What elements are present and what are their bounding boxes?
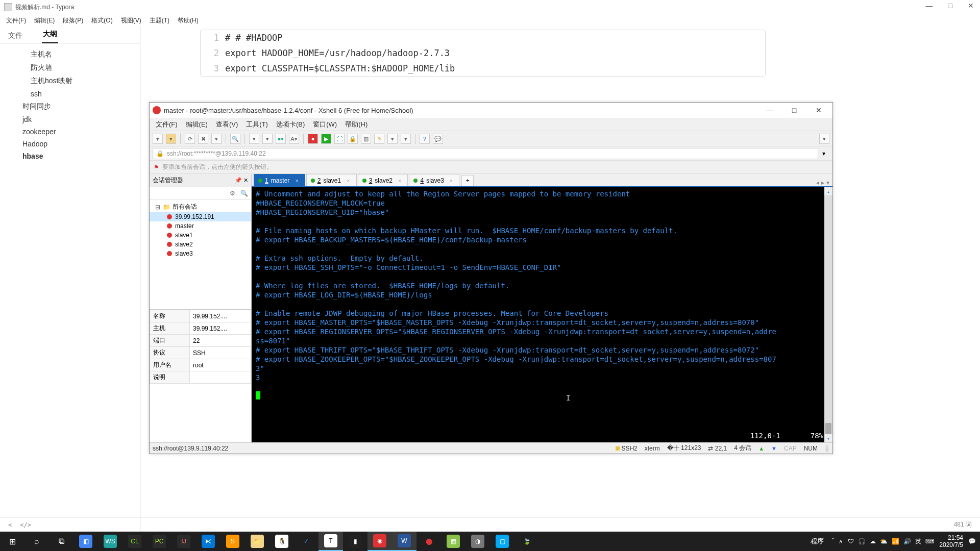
outline-item-active[interactable]: hbase	[0, 150, 140, 162]
tray-icon[interactable]: ☁	[870, 538, 876, 545]
app-clion[interactable]: CL	[122, 532, 147, 551]
new-session-icon[interactable]: ▾	[153, 134, 163, 144]
app-sublime[interactable]: S	[220, 532, 245, 551]
xshell-title-bar[interactable]: master - root@master:/usr/hbase/hbase-1.…	[150, 103, 832, 118]
play-icon[interactable]: ▶	[321, 134, 331, 144]
outline-item[interactable]: Hadoop	[0, 138, 140, 150]
app-intellij[interactable]: IJ	[172, 532, 196, 551]
tab-next-icon[interactable]: ▸	[821, 179, 824, 186]
xs-menu-tools[interactable]: 工具(T)	[243, 119, 271, 130]
app-qq[interactable]: 🐧	[270, 532, 294, 551]
xs-menu-help[interactable]: 帮助(H)	[342, 119, 371, 130]
code-block[interactable]: 1# # #HADOOP 2export HADOOP_HOME=/usr/ha…	[200, 30, 766, 77]
tray-icon[interactable]: 🛡	[848, 538, 854, 545]
outline-item[interactable]: 主机名	[0, 48, 140, 61]
tray-ime2[interactable]: ⌨	[925, 538, 934, 545]
minimize-icon[interactable]: —	[761, 106, 778, 114]
app-webstorm[interactable]: WS	[98, 532, 122, 551]
tab-close-icon[interactable]: ×	[347, 178, 350, 184]
menu-edit[interactable]: 编辑(E)	[31, 15, 58, 26]
terminal-tab-slave1[interactable]: 2 slave1×	[306, 174, 357, 186]
source-mode-icon[interactable]: </>	[20, 521, 31, 529]
app-record[interactable]: ⬤	[416, 532, 441, 551]
tray-up-icon[interactable]: ʌ	[839, 538, 843, 545]
xs-menu-view[interactable]: 查看(V)	[213, 119, 241, 130]
xs-menu-file[interactable]: 文件(F)	[153, 119, 181, 130]
terminal[interactable]: # Uncomment and adjust to keep all the R…	[252, 187, 832, 442]
outline-item[interactable]: zookeeper	[0, 126, 140, 138]
tree-node[interactable]: slave1	[150, 231, 251, 240]
xs-menu-window[interactable]: 窗口(W)	[310, 119, 340, 130]
outline-item[interactable]: 主机host映射	[0, 74, 140, 88]
app-todo[interactable]: ✓	[294, 532, 318, 551]
address-dropdown-icon[interactable]: ▾	[818, 150, 829, 157]
tray-icon[interactable]: 🎧	[858, 538, 866, 545]
search-icon[interactable]: 🔍	[230, 134, 240, 144]
tray-ime[interactable]: 英	[915, 537, 921, 546]
pin-icon[interactable]: 📌	[235, 177, 242, 183]
tab-list-icon[interactable]: ▾	[826, 179, 829, 186]
app-vscode[interactable]: ⧔	[196, 532, 220, 551]
menu-theme[interactable]: 主题(T)	[146, 15, 173, 26]
status-grip-icon[interactable]: ⣿	[825, 445, 829, 452]
scroll-up-icon[interactable]: ▴	[824, 187, 832, 195]
app-mongo[interactable]: 🍃	[514, 532, 539, 551]
maximize-icon[interactable]: □	[786, 106, 803, 114]
notifications-icon[interactable]: 💬	[968, 538, 976, 545]
scroll-down-icon[interactable]: ▾	[824, 434, 832, 442]
toolbar-overflow-icon[interactable]: ▾	[819, 134, 829, 144]
tab-close-icon[interactable]: ×	[295, 178, 298, 184]
app-misc2[interactable]: ◑	[465, 532, 490, 551]
terminal-tab-slave3[interactable]: 4 slave3×	[409, 174, 459, 186]
open-folder-icon[interactable]: ▾	[166, 134, 176, 144]
globe-icon[interactable]: ●▾	[276, 134, 286, 144]
tree-root[interactable]: ⊟📁所有会话	[150, 202, 251, 212]
menu-help[interactable]: 帮助(H)	[175, 15, 202, 26]
address-input[interactable]: 🔒 ssh://root:*********@139.9.119.40:22	[153, 148, 818, 159]
terminal-tab-slave2[interactable]: 3 slave2×	[358, 174, 408, 186]
nav-back-icon[interactable]: <	[8, 521, 12, 529]
tray-volume-icon[interactable]: 🔊	[903, 538, 911, 545]
reconnect-icon[interactable]: ⟳	[185, 134, 195, 144]
start-button[interactable]: ⊞	[0, 532, 24, 551]
outline-item[interactable]: 时间同步	[0, 100, 140, 113]
taskbar-clock[interactable]: 21:54 2020/7/5	[939, 534, 963, 548]
close-panel-icon[interactable]: ✕	[243, 177, 248, 183]
fullscreen-icon[interactable]: ⛶	[334, 134, 345, 144]
app-explorer[interactable]: 📁	[245, 532, 270, 551]
outline-item[interactable]: ssh	[0, 88, 140, 100]
sidebar-tab-outline[interactable]: 大纲	[42, 27, 58, 43]
record-icon[interactable]: ●	[308, 134, 318, 144]
tree-node[interactable]: master	[150, 221, 251, 231]
close-icon[interactable]: ✕	[968, 2, 974, 10]
tab-close-icon[interactable]: ×	[450, 178, 453, 184]
app-typora[interactable]: T	[318, 532, 343, 551]
app-misc3[interactable]: ▢	[490, 532, 514, 551]
outline-item[interactable]: 防火墙	[0, 61, 140, 74]
app-terminal[interactable]: ▮	[343, 532, 368, 551]
paste-icon[interactable]: ▾	[262, 134, 273, 144]
outline-item[interactable]: jdk	[0, 113, 140, 126]
tray-overflow-icon[interactable]: ˇ	[832, 538, 834, 545]
search-button[interactable]: ⌕	[24, 532, 49, 551]
app-pycharm[interactable]: PC	[147, 532, 172, 551]
minimize-icon[interactable]: —	[926, 2, 933, 10]
properties-icon[interactable]: ▾	[211, 134, 222, 144]
xs-menu-edit[interactable]: 编辑(E)	[183, 119, 211, 130]
chart-icon[interactable]: ▥	[361, 134, 371, 144]
tab-close-icon[interactable]: ×	[398, 178, 401, 184]
menu-format[interactable]: 格式(O)	[88, 15, 115, 26]
menu-file[interactable]: 文件(F)	[3, 15, 29, 26]
disconnect-icon[interactable]: ✖	[198, 134, 208, 144]
tab-prev-icon[interactable]: ◂	[816, 179, 819, 186]
app-chrome[interactable]: ◧	[74, 532, 98, 551]
scroll-thumb[interactable]	[825, 423, 831, 434]
tree-node[interactable]: 39.99.152.191	[150, 212, 251, 221]
terminal-tab-master[interactable]: 1 master×	[254, 174, 305, 186]
search-small-icon[interactable]: 🔍	[240, 190, 248, 197]
lock-icon[interactable]: 🔒	[348, 134, 358, 144]
tree-node[interactable]: slave2	[150, 240, 251, 249]
filter-icon[interactable]: ⚙	[230, 190, 235, 197]
highlight-icon[interactable]: ✎	[374, 134, 384, 144]
terminal-scrollbar[interactable]: ▴▾	[824, 187, 832, 442]
